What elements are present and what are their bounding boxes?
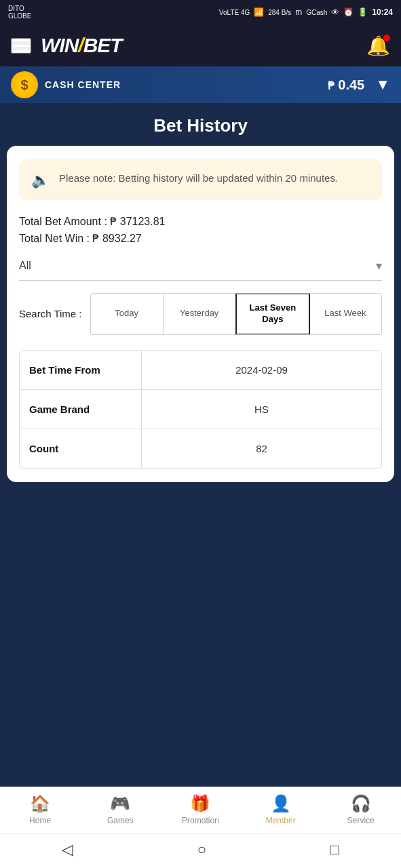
count-value: 82: [142, 429, 381, 468]
nav-home-label: Home: [29, 816, 51, 825]
back-button[interactable]: ◁: [62, 841, 73, 859]
content-area: 🔈 Please note: Betting history will be u…: [0, 146, 401, 780]
menu-line-1: [12, 39, 30, 41]
app-logo: WIN/BET: [41, 34, 122, 57]
page-wrapper: DITO GLOBE VoLTE 4G 📶 284 B/s m GCash 👁 …: [0, 0, 401, 868]
bet-time-value: 2024-02-09: [142, 351, 381, 389]
totals-section: Total Bet Amount : ₱ 37123.81 Total Net …: [19, 215, 382, 245]
time-display: 10:24: [372, 7, 393, 17]
nav-home[interactable]: 🏠 Home: [16, 794, 64, 825]
nav-service[interactable]: 🎧 Service: [337, 794, 385, 825]
nav-member[interactable]: 👤 Member: [257, 794, 305, 825]
logo-bet: BET: [83, 34, 122, 56]
cash-bar: $ CASH CENTER ₱ 0.45 ▼: [0, 66, 401, 103]
system-nav: ◁ ○ □: [0, 833, 401, 868]
net-win-amount: ₱ 8932.27: [92, 233, 141, 244]
filter-dropdown[interactable]: All ▾: [19, 258, 382, 281]
home-icon: 🏠: [30, 794, 50, 813]
nav-member-label: Member: [266, 816, 296, 825]
speaker-icon: 🔈: [31, 172, 50, 189]
home-button[interactable]: ○: [197, 841, 206, 859]
nav-games-label: Games: [107, 816, 134, 825]
net-win-label: Total Net Win :: [19, 233, 90, 244]
recent-button[interactable]: □: [330, 841, 339, 859]
promotion-icon: 🎁: [190, 794, 210, 813]
total-bet-line: Total Bet Amount : ₱ 37123.81: [19, 215, 382, 228]
cash-label: CASH CENTER: [45, 79, 328, 90]
time-btn-last-week[interactable]: Last Week: [309, 294, 381, 334]
menu-line-2: [12, 45, 30, 47]
logo-win: WIN: [41, 34, 78, 56]
service-icon: 🎧: [351, 794, 371, 813]
total-bet-label: Total Bet Amount :: [19, 216, 107, 227]
menu-line-3: [12, 50, 30, 52]
page-title-bar: Bet History: [0, 103, 401, 146]
gcash-label: GCash: [306, 9, 327, 16]
search-time-label: Search Time :: [19, 307, 82, 321]
nav-promotion[interactable]: 🎁 Promotion: [176, 794, 224, 825]
member-icon: 👤: [271, 794, 291, 813]
eye-icon: 👁: [331, 7, 339, 17]
nav-games[interactable]: 🎮 Games: [96, 794, 144, 825]
time-btn-today[interactable]: Today: [91, 294, 164, 334]
messenger-icon: m: [295, 7, 302, 17]
main-card: 🔈 Please note: Betting history will be u…: [7, 146, 394, 482]
total-bet-amount: ₱ 37123.81: [110, 216, 165, 227]
carrier-info: DITO GLOBE: [8, 5, 31, 20]
battery-icon: 🔋: [358, 7, 368, 17]
cash-dropdown-button[interactable]: ▼: [375, 76, 390, 94]
network-type: VoLTE 4G: [219, 9, 250, 16]
count-label: Count: [20, 429, 142, 468]
menu-button[interactable]: [11, 38, 31, 54]
search-time-section: Search Time : Today Yesterday Last Seven…: [19, 293, 382, 335]
logo-slash: /: [78, 34, 83, 56]
time-button-group: Today Yesterday Last Seven Days Last Wee…: [90, 293, 382, 335]
game-brand-value: HS: [142, 390, 381, 429]
time-btn-yesterday[interactable]: Yesterday: [164, 294, 236, 334]
page-title: Bet History: [0, 115, 401, 136]
nav-service-label: Service: [347, 816, 375, 825]
filter-selected-value: All: [19, 260, 376, 272]
data-speed: 284 B/s: [268, 9, 291, 16]
notice-text: Please note: Betting history will be upd…: [59, 170, 338, 186]
status-bar: DITO GLOBE VoLTE 4G 📶 284 B/s m GCash 👁 …: [0, 0, 401, 24]
game-brand-row: Game Brand HS: [20, 390, 381, 429]
bottom-nav: 🏠 Home 🎮 Games 🎁 Promotion 👤 Member 🎧 Se…: [0, 787, 401, 833]
game-brand-label: Game Brand: [20, 390, 142, 429]
time-btn-last-seven[interactable]: Last Seven Days: [235, 293, 310, 335]
notice-box: 🔈 Please note: Betting history will be u…: [19, 159, 382, 200]
clock-icon: ⏰: [343, 7, 354, 17]
status-right: VoLTE 4G 📶 284 B/s m GCash 👁 ⏰ 🔋 10:24: [219, 7, 393, 17]
currency-symbol: ₱: [328, 80, 335, 92]
bet-time-row: Bet Time From 2024-02-09: [20, 351, 381, 390]
nav-promotion-label: Promotion: [182, 816, 219, 825]
header: WIN/BET 🔔: [0, 24, 401, 66]
net-win-line: Total Net Win : ₱ 8932.27: [19, 232, 382, 245]
chevron-down-icon: ▾: [376, 258, 382, 273]
notification-dot: [383, 35, 390, 41]
games-icon: 🎮: [110, 794, 130, 813]
cash-amount: ₱ 0.45: [328, 77, 365, 93]
signal-icon: 📶: [254, 7, 264, 17]
bet-info-table: Bet Time From 2024-02-09 Game Brand HS C…: [19, 350, 382, 469]
notification-button[interactable]: 🔔: [366, 35, 390, 57]
carrier-primary: DITO: [8, 5, 31, 12]
header-left: WIN/BET: [11, 34, 122, 57]
count-row: Count 82: [20, 429, 381, 468]
cash-icon: $: [11, 71, 38, 98]
carrier-secondary: GLOBE: [8, 12, 31, 20]
cash-value: 0.45: [338, 77, 364, 92]
bet-time-label: Bet Time From: [20, 351, 142, 389]
